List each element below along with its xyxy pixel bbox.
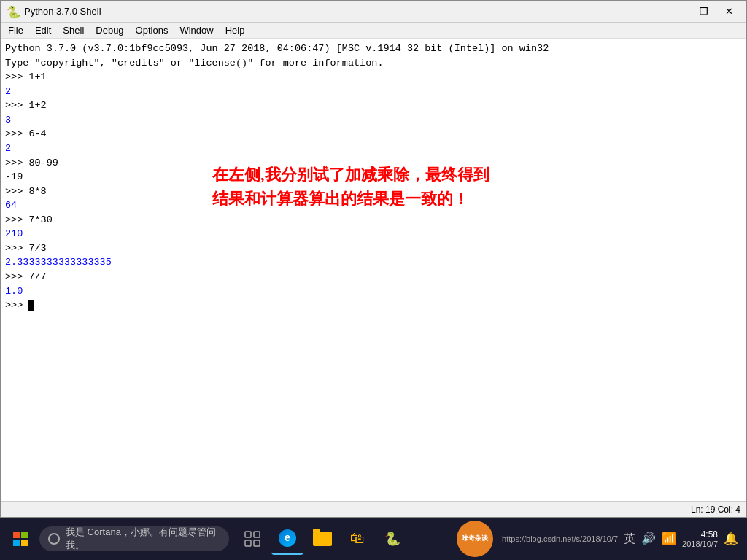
prompt-7: >>> 7/3 (5, 241, 742, 256)
taskbar-right: 味奇杂谈 https://blog.csdn.net/s/2018/10/7 英… (454, 521, 743, 557)
search-placeholder: 我是 Cortana，小娜。有问题尽管问我。 (66, 526, 220, 552)
blog-logo-text: 味奇杂谈 (462, 535, 488, 543)
edge-button[interactable]: e (271, 523, 303, 555)
clock: 4:58 (701, 529, 718, 540)
shell-content[interactable]: Python 3.7.0 (v3.7.0:1bf9cc5093, Jun 27 … (1, 39, 746, 501)
blog-logo: 味奇杂谈 (457, 521, 493, 557)
start-button[interactable] (4, 523, 36, 555)
datetime-display[interactable]: 4:58 2018/10/7 (682, 529, 718, 548)
taskbar-apps: e 🛍 🐍 (236, 523, 409, 555)
menu-file[interactable]: File (2, 23, 29, 37)
network-icon[interactable]: 📶 (662, 532, 676, 546)
speaker-icon[interactable]: 🔊 (641, 532, 656, 546)
svg-rect-4 (245, 532, 251, 537)
current-prompt: >>> (5, 298, 742, 313)
taskview-button[interactable] (236, 523, 268, 555)
store-button[interactable]: 🛍 (341, 523, 374, 555)
maximize-button[interactable]: ❒ (692, 4, 716, 19)
edge-icon: e (279, 529, 296, 547)
menu-edit[interactable]: Edit (29, 23, 57, 37)
taskbar-url: https://blog.csdn.net/s/2018/10/7 (502, 534, 618, 543)
svg-rect-1 (21, 532, 28, 538)
menu-help[interactable]: Help (220, 23, 251, 37)
info-line-1: Python 3.7.0 (v3.7.0:1bf9cc5093, Jun 27 … (5, 42, 742, 56)
status-text: Ln: 19 Col: 4 (691, 505, 740, 515)
menu-debug[interactable]: Debug (90, 23, 129, 37)
output-8: 1.0 (5, 284, 742, 299)
svg-rect-6 (245, 540, 251, 546)
output-6: 210 (5, 227, 742, 241)
taskbar: 我是 Cortana，小娜。有问题尽管问我。 e 🛍 🐍 味奇杂谈 (0, 518, 747, 560)
svg-rect-2 (13, 540, 20, 546)
prompt-3: >>> 6-4 (5, 127, 742, 141)
output-2: 3 (5, 113, 742, 128)
output-7: 2.3333333333333335 (5, 255, 742, 270)
menu-bar: File Edit Shell Debug Options Window Hel… (1, 23, 746, 39)
python-taskbar-button[interactable]: 🐍 (376, 523, 409, 555)
windows-icon (13, 532, 28, 546)
notification-icon[interactable]: 🔔 (724, 532, 738, 546)
python-taskbar-icon: 🐍 (384, 531, 400, 547)
prompt-1: >>> 1+1 (5, 70, 742, 85)
output-5: 64 (5, 198, 742, 213)
prompt-8: >>> 7/7 (5, 270, 742, 284)
taskview-icon (244, 531, 260, 547)
svg-rect-3 (21, 540, 28, 546)
menu-window[interactable]: Window (174, 23, 219, 37)
output-1: 2 (5, 85, 742, 99)
close-button[interactable]: ✕ (717, 4, 740, 19)
prompt-2: >>> 1+2 (5, 98, 742, 113)
cortana-icon (48, 533, 60, 545)
menu-shell[interactable]: Shell (57, 23, 90, 37)
output-3: 2 (5, 141, 742, 156)
window-controls: — ❒ ✕ (667, 4, 740, 19)
status-bar: Ln: 19 Col: 4 (1, 501, 746, 517)
title-bar: 🐍 Python 3.7.0 Shell — ❒ ✕ (1, 1, 746, 23)
date: 2018/10/7 (682, 540, 718, 548)
svg-rect-5 (254, 532, 260, 537)
svg-rect-0 (13, 532, 20, 538)
menu-options[interactable]: Options (130, 23, 174, 37)
taskbar-url-area: https://blog.csdn.net/s/2018/10/7 (502, 532, 618, 545)
prompt-5: >>> 8*8 (5, 184, 742, 199)
prompt-6: >>> 7*30 (5, 213, 742, 228)
python-icon: 🐍 (7, 5, 20, 18)
info-line-2: Type "copyright", "credits" or "license(… (5, 56, 742, 71)
python-shell-window: 🐍 Python 3.7.0 Shell — ❒ ✕ File Edit She… (0, 0, 747, 518)
svg-rect-7 (254, 540, 260, 546)
output-4: -19 (5, 170, 742, 184)
search-bar[interactable]: 我是 Cortana，小娜。有问题尽管问我。 (39, 526, 229, 551)
store-icon: 🛍 (350, 530, 365, 548)
minimize-button[interactable]: — (667, 4, 691, 19)
prompt-4: >>> 80-99 (5, 156, 742, 171)
explorer-button[interactable] (306, 523, 338, 555)
language-icon[interactable]: 英 (624, 532, 635, 547)
folder-icon (313, 532, 332, 546)
window-title: Python 3.7.0 Shell (24, 6, 667, 17)
